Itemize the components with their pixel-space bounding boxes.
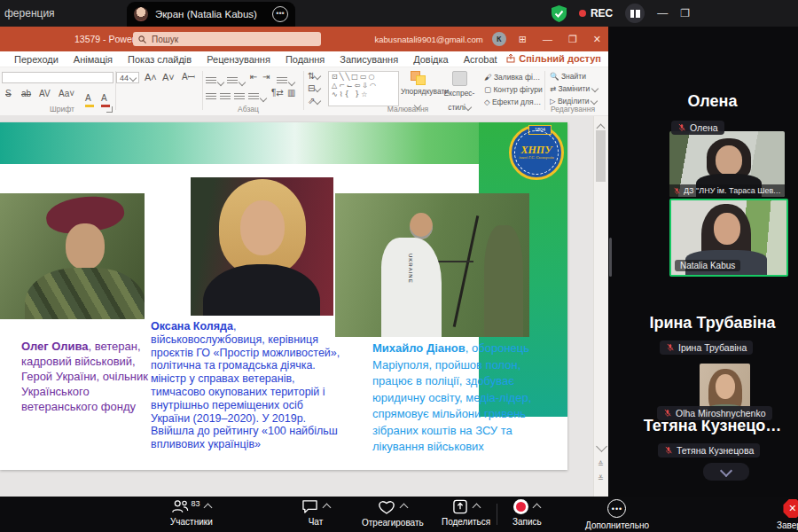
shape-gallery[interactable]: ⊡╲╲□▭○ △⌐⌙⇦⇩◠ ∿⌇{ }☆ <box>328 71 399 106</box>
ribbon-display-options-icon[interactable]: ⊞ <box>515 34 530 45</box>
ribbon-tab-slideshow[interactable]: Показ слайдів <box>128 54 192 65</box>
ribbon-tab-review[interactable]: Рецензування <box>207 54 270 65</box>
justify-icon[interactable] <box>248 89 266 105</box>
screen: ференция Экран (Natalia Kabus) ••• REC —… <box>0 0 798 532</box>
presenter-avatar <box>134 7 148 21</box>
record-button[interactable]: Запись <box>512 499 542 527</box>
columns-icon[interactable]: ▥ <box>287 88 295 98</box>
ppt-close-icon[interactable]: ✕ <box>590 34 605 45</box>
react-button[interactable]: Отреагировать <box>362 499 424 528</box>
chat-chevron-icon[interactable] <box>323 504 332 512</box>
white-shirt: UKRAINE <box>381 238 442 337</box>
slide[interactable]: 1804 ХНПУ імені Г.С. Сковороди <box>0 122 567 470</box>
titlebar-right-controls: kabusnatali9901@gmail.com К ⊞ — ❐ ✕ <box>375 27 605 51</box>
search-icon <box>138 35 146 43</box>
bullets-icon[interactable] <box>206 73 223 89</box>
numbering-icon[interactable] <box>227 73 245 89</box>
ribbon-tab-acrobat[interactable]: Acrobat <box>464 54 497 65</box>
person1-name: Олег Олива <box>21 340 89 353</box>
collapse-videos-button[interactable] <box>703 463 749 481</box>
previous-slide-icon[interactable]: ≙ <box>598 460 604 468</box>
conference-tab-partial[interactable]: ференция <box>4 7 55 20</box>
text-direction-icon[interactable]: ¶⇄ <box>271 88 284 98</box>
font-color-icon[interactable]: A <box>101 89 110 107</box>
rec-label: REC <box>591 7 613 20</box>
end-meeting-button[interactable]: ✕ Заверш <box>777 499 798 530</box>
ppt-restore-icon[interactable]: ❐ <box>565 34 581 45</box>
chat-icon <box>301 499 318 514</box>
vertical-scrollbar[interactable]: ≙ ≚ <box>593 116 608 501</box>
record-chevron-icon[interactable] <box>533 504 542 512</box>
align-left-icon[interactable] <box>206 89 216 105</box>
quick-styles-button[interactable]: Експрес- стилі <box>440 71 479 108</box>
shrink-font-icon[interactable]: A˅ <box>162 72 175 82</box>
chat-button[interactable]: Чат <box>301 499 330 527</box>
ribbon-tab-recording[interactable]: Записування <box>340 54 398 65</box>
gallery-view-icon[interactable] <box>625 4 645 23</box>
font-size-combo[interactable]: 44 <box>116 72 139 83</box>
strikethrough-icon[interactable]: S <box>5 89 12 98</box>
tab-options-icon[interactable]: ••• <box>272 6 288 22</box>
text-mykhailo-dianov[interactable]: Михайло Діанов, оборонець Маріуполя, про… <box>372 340 546 456</box>
increase-indent-icon[interactable]: ⇥ <box>262 72 270 82</box>
video-tile-olena[interactable]: ДЗ "ЛНУ ім. Тараса Шевч… <box>669 131 785 197</box>
university-logo: 1804 ХНПУ імені Г.С. Сковороди <box>509 125 564 180</box>
account-avatar[interactable]: К <box>492 32 506 46</box>
align-center-icon[interactable] <box>220 89 231 105</box>
photo-oleh-olyva <box>0 193 145 319</box>
smartart-convert-icon[interactable]: ⇗ <box>308 96 320 106</box>
grow-font-icon[interactable]: A˄ <box>145 72 157 82</box>
font-dialog-launcher-icon[interactable] <box>106 106 113 113</box>
react-chevron-icon[interactable] <box>400 504 409 512</box>
screen-share-tab[interactable]: Экран (Natalia Kabus) ••• <box>127 2 295 27</box>
heart-icon <box>378 499 395 515</box>
search-input[interactable] <box>150 34 316 45</box>
face <box>716 374 735 399</box>
text-oleh-olyva[interactable]: Олег Олива, ветеран, кадровий військовий… <box>21 339 161 414</box>
kerning-icon[interactable]: AV <box>39 89 51 98</box>
scroll-down-icon[interactable] <box>596 441 607 452</box>
ribbon-tab-animation[interactable]: Анімація <box>74 54 113 65</box>
shape-effects-button[interactable]: ◇ Ефекти для фігур <box>484 98 543 106</box>
font-name-combo[interactable] <box>2 72 113 83</box>
align-right-icon[interactable] <box>234 89 245 105</box>
vertical-scroll-thumb[interactable] <box>596 130 606 182</box>
participants-chevron-icon[interactable] <box>204 504 213 512</box>
participants-button[interactable]: 83 Участники <box>170 499 213 527</box>
more-button[interactable]: ••• Дополнительно <box>585 499 649 530</box>
share-button[interactable]: Спільний доступ <box>506 53 601 64</box>
powerpoint-search-box[interactable] <box>133 32 321 46</box>
shape-outline-button[interactable]: ▢ Контур фігури <box>484 85 543 94</box>
text-oksana-koliada[interactable]: Оксана Коляда, військовослужбовиця, кері… <box>151 320 340 451</box>
security-shield-icon <box>552 5 567 22</box>
line-spacing-icon[interactable] <box>277 73 294 89</box>
text-direction-stack-icon[interactable]: ⇅ <box>308 71 320 81</box>
sidebar-scrollbar[interactable] <box>609 238 612 277</box>
video-tile-natalia-kabus[interactable]: Natalia Kabus <box>669 199 788 277</box>
decrease-indent-icon[interactable]: ⇤ <box>250 72 257 82</box>
align-text-stack-icon[interactable]: ⊟ <box>308 83 320 93</box>
ppt-minimize-icon[interactable]: — <box>539 34 556 44</box>
share-chevron-icon[interactable] <box>473 504 481 512</box>
clear-formatting-icon[interactable]: A𝄩 <box>182 72 195 82</box>
photo-mykhailo-dianov: UKRAINE <box>335 193 529 337</box>
account-email[interactable]: kabusnatali9901@gmail.com <box>375 35 483 44</box>
arrange-button[interactable]: Упорядкувати <box>401 71 434 106</box>
font-group-label: Шрифт <box>35 105 89 113</box>
find-button[interactable]: 🔍 Знайти <box>550 72 601 81</box>
replace-button[interactable]: ⇄ Замінити <box>550 84 601 93</box>
conference-restore-icon[interactable]: ❐ <box>680 7 690 20</box>
rec-dot-icon <box>579 10 586 17</box>
next-slide-icon[interactable]: ≚ <box>598 474 604 482</box>
ribbon-tab-help[interactable]: Довідка <box>413 54 449 65</box>
shape-fill-button[interactable]: 🖌 Заливка фігури <box>484 73 543 82</box>
screen-share-tab-label: Экран (Natalia Kabus) <box>155 9 272 20</box>
double-strike-icon[interactable]: ab <box>21 89 31 98</box>
ribbon-tab-transitions[interactable]: Переходи <box>14 54 59 65</box>
person2-desc: , військовослужбовиця, керівниця проєкті… <box>151 320 340 450</box>
conference-minimize-icon[interactable]: — <box>657 7 668 20</box>
share-screen-button[interactable]: Поделиться <box>442 499 490 527</box>
photo-oksana-koliada <box>191 177 333 316</box>
change-case-icon[interactable]: Aa˅ <box>59 89 74 98</box>
ribbon-tab-view[interactable]: Подання <box>286 54 325 65</box>
